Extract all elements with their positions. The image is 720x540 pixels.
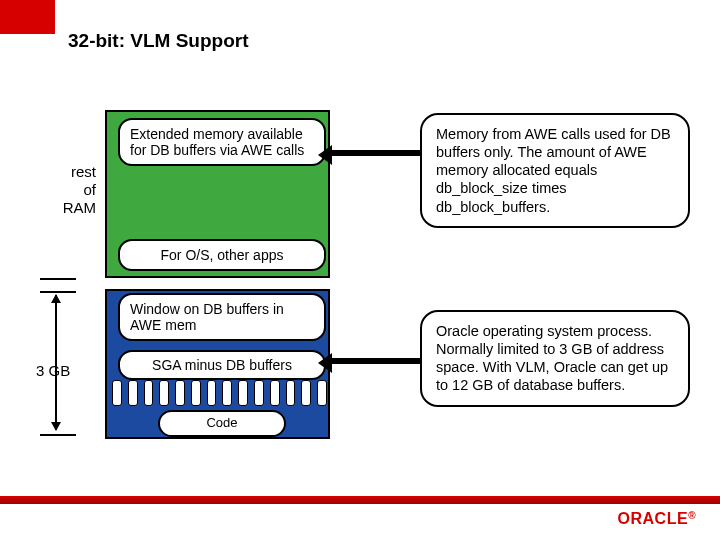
box-sga: SGA minus DB buffers: [118, 350, 326, 380]
page-title: 32-bit: VLM Support: [68, 30, 248, 52]
box-code: Code: [158, 410, 286, 437]
label-3gb: 3 GB: [36, 362, 70, 379]
arrow-to-process: [330, 358, 420, 364]
brand-corner-block: [0, 0, 55, 34]
label-rest-of-ram: rest of RAM: [36, 163, 96, 217]
box-awe-window: Window on DB buffers in AWE mem: [118, 293, 326, 341]
arrow-to-extended: [330, 150, 420, 156]
range-tick: [40, 434, 76, 436]
range-arrow-3gb: [55, 295, 57, 430]
callout-awe-memory: Memory from AWE calls used for DB buffer…: [420, 113, 690, 228]
range-tick: [40, 291, 76, 293]
box-os-other-apps: For O/S, other apps: [118, 239, 326, 271]
callout-os-process: Oracle operating system process. Normall…: [420, 310, 690, 407]
range-tick: [40, 278, 76, 280]
oracle-logo: ORACLE®: [618, 510, 696, 528]
box-extended-memory: Extended memory available for DB buffers…: [118, 118, 326, 166]
footer-divider: [0, 496, 720, 504]
memory-stripes-icon: [112, 380, 327, 406]
